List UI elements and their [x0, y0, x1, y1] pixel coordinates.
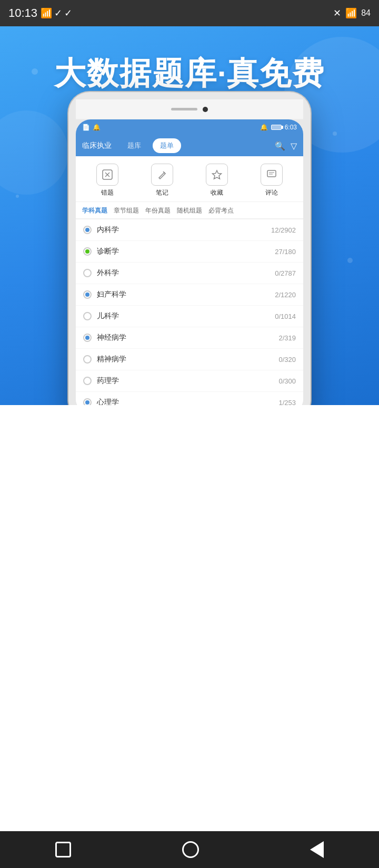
dot-decoration-3 — [16, 195, 19, 198]
svg-marker-4 — [213, 170, 222, 179]
subject-item-7[interactable]: 药理学0/300 — [76, 370, 303, 392]
subject-item-6[interactable]: 精神病学0/320 — [76, 349, 303, 370]
subject-item-4[interactable]: 儿科学0/1014 — [76, 306, 303, 327]
alarm-icon: ✓ — [54, 7, 62, 19]
status-time: 10:13 — [8, 6, 37, 20]
filter-icon[interactable]: ▽ — [291, 141, 297, 151]
subject-circle-1 — [83, 247, 92, 256]
wifi-icon: 📶 — [345, 7, 357, 19]
subject-name-4: 儿科学 — [97, 311, 275, 321]
quick-actions: 错题 笔记 — [76, 156, 303, 202]
phone-camera — [203, 107, 208, 112]
status-left: 10:13 📶 ✓ ✓ — [8, 6, 72, 20]
x-icon: ✕ — [333, 7, 341, 19]
qa-item-favorites[interactable]: 收藏 — [206, 164, 228, 197]
subject-count-4: 0/1014 — [275, 312, 296, 320]
subject-tab-1[interactable]: 章节组题 — [114, 206, 139, 218]
battery-level: 84 — [361, 8, 371, 18]
phone-battery-mini — [271, 125, 282, 130]
subject-circle-5 — [83, 334, 92, 342]
subject-name-8: 心理学 — [97, 398, 278, 405]
qa-comments-label: 评论 — [265, 188, 278, 197]
app-tab-tidan[interactable]: 题单 — [153, 138, 181, 153]
qa-item-wrong[interactable]: 错题 — [96, 164, 118, 197]
phone-status-bar: 📄 🔔 🔔 6:03 — [76, 119, 303, 135]
app-nav-title: 临床执业 — [82, 141, 112, 150]
subject-tab-0[interactable]: 学科真题 — [82, 206, 107, 219]
status-bar: 10:13 📶 ✓ ✓ ✕ 📶 84 — [0, 0, 379, 26]
recent-apps-button[interactable] — [55, 842, 71, 857]
qa-notes-label: 笔记 — [156, 188, 168, 197]
subject-count-1: 27/180 — [275, 248, 296, 256]
notes-icon — [151, 164, 173, 186]
subject-circle-7 — [83, 377, 92, 385]
subject-name-3: 妇产科学 — [97, 290, 275, 299]
phone-status-right: 🔔 6:03 — [260, 124, 297, 131]
phone-bell-icon: 🔔 — [260, 124, 268, 131]
subject-item-0[interactable]: 内科学12/2902 — [76, 219, 303, 241]
subject-name-1: 诊断学 — [97, 247, 275, 256]
dot-decoration-1 — [32, 68, 38, 75]
subject-tab-2[interactable]: 年份真题 — [145, 206, 171, 218]
subject-name-2: 外科学 — [97, 268, 275, 278]
subject-tabs: 学科真题 章节组题 年份真题 随机组题 必背考点 — [76, 202, 303, 219]
subject-tab-4[interactable]: 必背考点 — [208, 206, 234, 218]
status-icons: 📶 ✓ ✓ — [41, 7, 72, 19]
subject-list: 内科学12/2902诊断学27/180外科学0/2787妇产科学2/1220儿科… — [76, 219, 303, 405]
subject-name-7: 药理学 — [97, 376, 278, 386]
subject-item-2[interactable]: 外科学0/2787 — [76, 263, 303, 284]
app-nav-icons: 🔍 ▽ — [275, 141, 297, 151]
qa-item-notes[interactable]: 笔记 — [151, 164, 173, 197]
phone-top-bar — [76, 99, 303, 119]
android-nav — [0, 831, 379, 868]
subject-circle-6 — [83, 355, 92, 364]
subject-count-2: 0/2787 — [275, 269, 296, 277]
hero-title: 大数据题库·真免费 — [54, 53, 325, 95]
subject-count-8: 1/253 — [278, 399, 296, 406]
subject-count-5: 2/319 — [278, 334, 296, 342]
subject-circle-2 — [83, 269, 92, 277]
subject-name-5: 神经病学 — [97, 333, 278, 342]
svg-rect-5 — [267, 170, 276, 177]
phone-status-time: 6:03 — [285, 124, 297, 131]
status-right: ✕ 📶 84 — [333, 7, 371, 19]
subject-item-1[interactable]: 诊断学27/180 — [76, 241, 303, 263]
qa-item-comments[interactable]: 评论 — [261, 164, 283, 197]
wrong-icon — [96, 164, 118, 186]
subject-name-0: 内科学 — [97, 225, 271, 235]
search-icon[interactable]: 🔍 — [275, 141, 285, 151]
home-icon — [182, 841, 199, 858]
subject-count-7: 0/300 — [278, 377, 296, 385]
dot-decoration-2 — [333, 132, 337, 136]
subject-tab-3[interactable]: 随机组题 — [177, 206, 202, 218]
subject-item-3[interactable]: 妇产科学2/1220 — [76, 284, 303, 306]
phone-status-left: 📄 🔔 — [82, 124, 101, 131]
subject-item-8[interactable]: 心理学1/253 — [76, 392, 303, 405]
bottom-section — [0, 405, 379, 842]
dot-decoration-4 — [347, 258, 353, 263]
subject-circle-8 — [83, 398, 92, 405]
check-icon: ✓ — [64, 7, 72, 19]
qa-favorites-label: 收藏 — [211, 188, 223, 197]
phone-mockup: 📄 🔔 🔔 6:03 临床执业 题库 题 — [68, 92, 311, 405]
phone-screen: 📄 🔔 🔔 6:03 临床执业 题库 题 — [76, 119, 303, 405]
app-tab-tiku[interactable]: 题库 — [120, 138, 148, 153]
phone-camera-area — [171, 107, 208, 112]
app-nav: 临床执业 题库 题单 🔍 ▽ — [76, 135, 303, 156]
back-icon — [310, 841, 324, 858]
recent-icon — [55, 842, 71, 857]
phone-wifi-icon: 🔔 — [93, 124, 101, 131]
phone-speaker — [171, 108, 197, 110]
hero-section: 大数据题库·真免费 20年真题，触达5000+考点 轻松避开考试陷阱 📄 — [0, 26, 379, 405]
subject-circle-0 — [83, 226, 92, 234]
qa-wrong-label: 错题 — [101, 188, 114, 197]
subject-count-3: 2/1220 — [275, 291, 296, 299]
phone-outer: 📄 🔔 🔔 6:03 临床执业 题库 题 — [68, 92, 311, 405]
subject-circle-4 — [83, 312, 92, 320]
home-button[interactable] — [182, 841, 199, 858]
signal-icon: 📶 — [41, 7, 52, 19]
back-button[interactable] — [310, 841, 324, 858]
subject-item-5[interactable]: 神经病学2/319 — [76, 327, 303, 349]
subject-count-0: 12/2902 — [271, 226, 296, 234]
comments-icon — [261, 164, 283, 186]
